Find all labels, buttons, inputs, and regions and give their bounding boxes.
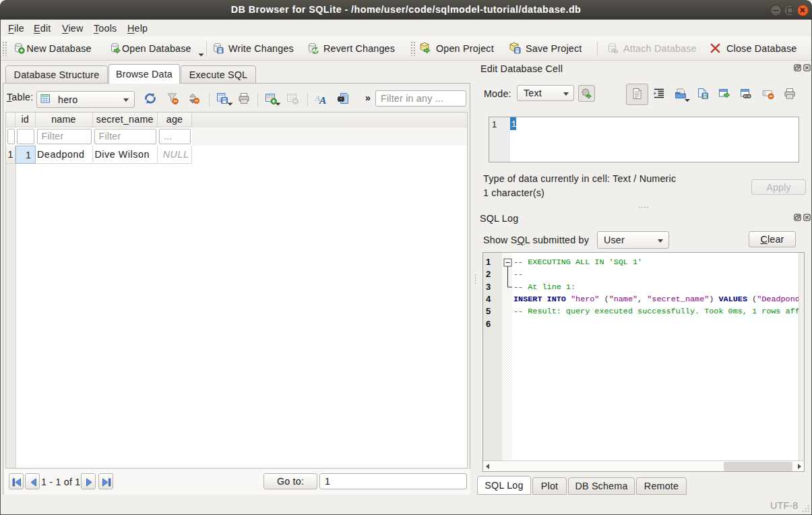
svg-text:A: A <box>319 94 327 105</box>
